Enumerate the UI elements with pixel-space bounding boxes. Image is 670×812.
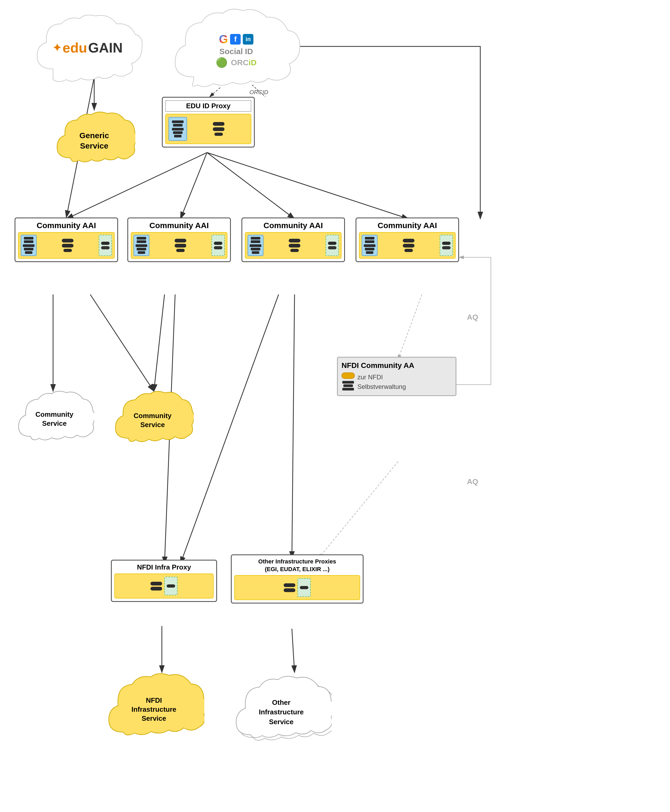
nfdi-proxy-yellow-comp <box>151 582 162 591</box>
aai2-yellow <box>151 235 210 256</box>
aai2-pill3 <box>176 249 185 252</box>
svg-line-15 <box>398 294 422 360</box>
nfdi-aa-stack <box>342 381 355 390</box>
nfdi-aa-title: NFDI Community AA <box>342 361 452 370</box>
nfdi-proxy-gpill <box>167 584 175 587</box>
aai3-green <box>326 235 339 256</box>
other-proxy-inner <box>234 575 360 600</box>
aq-label-2: AQ <box>467 478 478 486</box>
svg-line-8 <box>207 152 409 219</box>
aai1-green-pill2 <box>101 246 110 249</box>
nfdi-proxy-inner <box>114 574 213 598</box>
aai3-pill1 <box>289 239 300 243</box>
other-proxy-green <box>298 578 311 597</box>
community-service-2-label: CommunityService <box>134 412 172 429</box>
other-infra-service-cloud-container: OtherInfrastructureService <box>231 671 332 753</box>
aai3-green-pill2 <box>328 246 337 249</box>
aai2-inner <box>131 232 227 258</box>
community-service-1-label: CommunityService <box>36 410 73 428</box>
aai1-title: Community AAI <box>18 221 115 230</box>
aai1-yellow <box>38 235 97 256</box>
community-aai-3: Community AAI <box>242 218 345 262</box>
aai3-pill3 <box>290 249 299 252</box>
social-icons-group: G f in Social ID 🟢 ORCiD <box>216 33 257 68</box>
pill-1 <box>213 122 225 126</box>
edugain-logo-text: ✦ eduGAIN <box>52 40 123 56</box>
svg-line-10 <box>90 294 154 391</box>
community-service-1-cloud: CommunityService <box>15 387 94 451</box>
aai1-green-pill <box>101 241 110 245</box>
google-icon: G <box>219 33 228 46</box>
svg-line-13 <box>181 294 279 564</box>
aai2-green-pill <box>214 241 222 245</box>
aai3-yellow <box>265 235 324 256</box>
aai1-inner <box>18 232 115 258</box>
aai4-pill2 <box>403 244 415 248</box>
aq-label-1: AQ <box>467 313 478 321</box>
aai1-green <box>99 235 112 256</box>
other-proxy-gpill <box>300 586 308 589</box>
nfdi-aa-pill <box>342 373 355 379</box>
aai3-pill2 <box>289 244 300 248</box>
pill-3 <box>215 133 223 136</box>
community-aai-2: Community AAI <box>127 218 231 262</box>
aai1-pill3 <box>63 249 72 252</box>
nfdi-aa-icons <box>342 373 355 390</box>
aai4-pill1 <box>403 239 415 243</box>
aai4-inner <box>359 232 455 258</box>
nfdi-community-aa-box: NFDI Community AA zur NFDISelbstverwaltu… <box>337 357 457 396</box>
diagram: ORCID AQ AQ ✦ eduGAIN G f in Social ID <box>0 0 670 812</box>
linkedin-icon: in <box>243 34 254 45</box>
aai3-title: Community AAI <box>245 221 342 230</box>
other-proxy-pill1 <box>284 583 295 587</box>
aai2-title: Community AAI <box>131 221 227 230</box>
svg-line-11 <box>154 294 164 391</box>
edu-proxy-title: EDU ID Proxy <box>165 100 251 112</box>
community-aai-1: Community AAI <box>15 218 118 262</box>
svg-line-14 <box>292 294 294 559</box>
other-infra-proxies-box: Other Infrastructure Proxies(EGI, EUDAT,… <box>231 554 364 603</box>
aai2-pill2 <box>174 244 186 248</box>
aai4-yellow <box>379 235 438 256</box>
nfdi-infra-service-label: NFDIInfrastructureService <box>131 696 176 723</box>
orcid-icon: 🟢 <box>216 57 228 68</box>
aai3-green-pill <box>328 241 337 245</box>
aai4-title: Community AAI <box>359 221 455 230</box>
aai4-blue <box>362 235 377 256</box>
other-proxy-title: Other Infrastructure Proxies(EGI, EUDAT,… <box>234 558 360 573</box>
edugain-cloud: ✦ eduGAIN <box>32 11 143 85</box>
svg-line-16 <box>318 462 398 559</box>
community-service-2-cloud: CommunityService <box>112 387 194 454</box>
social-id-label: Social ID <box>220 47 253 56</box>
edu-id-proxy-box: EDU ID Proxy <box>162 97 255 147</box>
orcid-text: ORCiD <box>231 58 257 67</box>
stack-icon-1 <box>172 120 184 127</box>
stack-icon-2 <box>172 128 184 137</box>
aai2-blue <box>134 235 149 256</box>
svg-line-7 <box>207 152 294 219</box>
nfdi-aa-content: zur NFDISelbstverwaltung <box>342 373 452 392</box>
generic-service-cloud: GenericService <box>53 109 135 172</box>
aai3-blue <box>247 235 264 256</box>
other-proxy-pill2 <box>284 588 295 592</box>
community-aai-4: Community AAI <box>355 218 459 262</box>
aai4-pill3 <box>404 249 413 252</box>
aai2-pill1 <box>174 239 186 243</box>
aai4-green-pill <box>442 241 450 245</box>
aai1-pill2 <box>62 244 73 248</box>
aai4-green-pill2 <box>442 246 450 249</box>
facebook-icon: f <box>230 34 241 45</box>
svg-line-6 <box>181 152 207 219</box>
nfdi-aa-subtitle: zur NFDISelbstverwaltung <box>357 373 406 392</box>
aai1-blue <box>21 235 37 256</box>
edu-proxy-blue-comp <box>169 117 187 141</box>
edu-proxy-yellow-comp <box>189 122 248 136</box>
nfdi-proxy-green <box>164 577 178 595</box>
nfdi-infra-service-cloud: NFDIInfrastructureService <box>103 669 204 751</box>
nfdi-infra-proxy-box: NFDI Infra Proxy <box>111 560 217 602</box>
other-infra-service-label: OtherInfrastructureService <box>259 698 304 727</box>
svg-line-18 <box>292 629 294 672</box>
nfdi-proxy-pill2 <box>151 587 162 591</box>
aai4-green <box>440 235 453 256</box>
nfdi-proxy-pill1 <box>151 582 162 586</box>
